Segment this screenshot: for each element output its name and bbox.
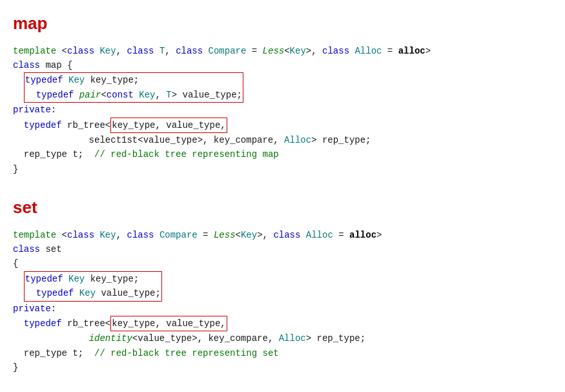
map-line-4: private: — [13, 103, 552, 117]
set-line-4: typedef Key key_type; typedef Key value_… — [13, 271, 552, 302]
set-section: set template <class Key, class Compare =… — [13, 194, 552, 375]
map-line-6: select1st<value_type>, key_compare, Allo… — [13, 133, 552, 147]
map-line-9: } — [13, 162, 552, 176]
map-line-1: template <class Key, class T, class Comp… — [13, 44, 552, 58]
set-line-5: private: — [13, 302, 552, 316]
map-section: map template <class Key, class T, class … — [13, 10, 552, 176]
map-line-3: typedef Key key_type; typedef pair<const… — [13, 72, 552, 103]
map-line-8: rep_type t; // red-black tree representi… — [13, 147, 552, 161]
set-line-6: typedef rb_tree<key_type, value_type, — [13, 316, 552, 331]
set-line-2: class set — [13, 242, 552, 256]
set-line-9: } — [13, 360, 552, 375]
map-line-2: class map { — [13, 58, 552, 72]
map-title: map — [13, 10, 552, 37]
set-title: set — [13, 194, 552, 222]
map-line-5: typedef rb_tree<key_type, value_type, — [13, 118, 552, 133]
set-line-3: { — [13, 256, 552, 271]
set-line-8: rep_type t; // red-black tree representi… — [13, 346, 552, 360]
set-line-1: template <class Key, class Compare = Les… — [13, 228, 552, 242]
set-line-7: identity<value_type>, key_compare, Alloc… — [13, 331, 552, 346]
